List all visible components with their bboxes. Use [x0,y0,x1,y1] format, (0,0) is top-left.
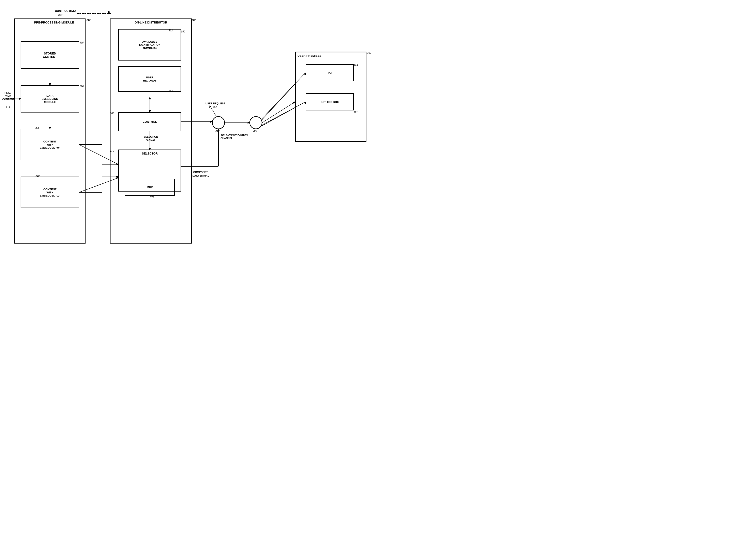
online-distributor-ref2: 350 [191,18,196,21]
svg-marker-105 [108,11,111,13]
diagram-container: PRE-PROCESSING MODULE 310 STOREDCONTENT … [0,0,378,274]
content-with-1-box: CONTENTWITHEMBEDDED "1" [21,177,79,208]
svg-marker-46 [293,102,295,104]
available-id-numbers-box: AVAILABLEIDENTIFICATIONNUMBERS [119,29,181,60]
online-distributor-ref: 350 [181,30,185,33]
pre-processing-module-label: PRE-PROCESSING MODULE [23,21,85,24]
svg-line-45 [262,102,295,123]
circle-390-ref: 390 [253,129,257,132]
stored-content-ref: 315 [79,41,84,44]
svg-marker-40 [109,12,111,15]
mux-ref: 375 [150,196,154,199]
data-embedding-module-box: DATAEMBEDDINGMODULE [21,85,79,112]
online-distributor-label: ON-LINE DISTRIBUTOR [118,21,184,24]
user-request-label: USER REQUEST 380 [200,102,231,109]
user-premises-ref: 395 [367,52,371,55]
svg-marker-88 [149,97,151,99]
svg-line-20 [79,178,118,192]
selection-signal-label: SELECTIONSIGNAL [135,135,166,142]
content-1-ref: 330 [35,174,40,177]
control-data-label: CONTROL DATA [45,9,86,12]
pc-box: PC [306,65,354,81]
circle-380-ref: 380 [215,129,219,132]
communication-channel-label: 385, COMMUNICATIONCHANNEL [221,133,262,140]
pre-processing-ref: 310 [86,18,90,21]
real-time-content-label: REAL-TIMECONTENT [2,92,15,101]
stored-content-box: STOREDCONTENT [21,42,79,69]
data-embedding-ref: 210 [79,85,84,88]
svg-line-18 [79,145,118,164]
content-with-0-box: CONTENTWITHEMBEDDED "0" [21,129,79,160]
real-time-ref: 318 [6,106,10,109]
user-records-ref: 364 [169,89,173,92]
content-0-ref: 325 [35,127,40,129]
mux-box: MUX [125,179,175,196]
control-data-ref: 352 [58,14,62,16]
selector-ref: 370 [110,149,114,152]
svg-marker-32 [149,97,151,99]
control-ref: 365 [110,112,114,115]
pc-ref: 396 [354,64,358,67]
available-id-ref: 362 [169,29,173,32]
user-records-box: USERRECORDS [119,67,181,92]
set-top-box-box: SET-TOP BOX [306,94,354,110]
control-box: CONTROL [119,112,181,131]
composite-data-signal-label: COMPOSITEDATA SIGNAL [183,171,218,178]
circle-380 [212,117,225,129]
circle-390 [250,117,262,129]
svg-marker-57 [108,11,111,13]
set-top-box-ref: 397 [354,110,358,113]
